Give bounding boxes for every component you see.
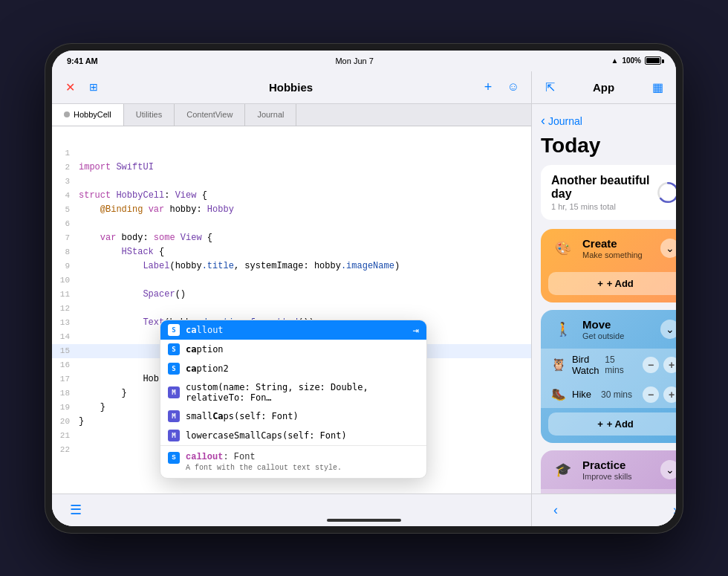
autocomplete-popup: S callout ⇥ S caption S caption2 [160,320,427,479]
decrement-birdwatch[interactable]: − [643,357,659,373]
emoji-button[interactable]: ☺ [504,78,522,96]
autocomplete-item-smallcaps[interactable]: M smallCaps(self: Font) [160,407,426,426]
xcode-title: Hobbies [110,81,472,94]
toolbar-right: + ☺ [479,78,522,96]
xcode-panel: ✕ ⊞ Hobbies + ☺ HobbyCell [52,71,531,526]
ac-item-text: custom(name: String, size: Double, relat… [186,382,419,403]
category-icon-practice: 🎓 [551,458,575,482]
summary-text: Another beautiful day 1 hr, 15 mins tota… [551,174,656,211]
ipad-screen: 9:41 AM Mon Jun 7 ▲ 100% ✕ ⊞ Hobbies [52,51,676,526]
code-line: 1 [52,146,531,161]
activity-row-birdwatch: 🦉 Bird Watch 15 mins − + [541,349,676,381]
autocomplete-item-lowercase[interactable]: M lowercaseSmallCaps(self: Font) [160,426,426,445]
ac-desc-content: callout: Font A font with the callout te… [186,452,342,472]
hike-icon: 🥾 [551,387,566,401]
chevron-create[interactable]: ⌄ [660,239,676,258]
battery-icon [645,56,661,65]
category-name-create: Create [582,237,643,250]
code-line: 4struct HobbyCell: View { [52,189,531,203]
ac-badge-s: S [168,343,180,355]
xcode-list-button[interactable]: ☰ [64,498,88,522]
wifi-icon: ▲ [611,56,619,65]
category-info-practice: Practice Improve skills [582,459,632,481]
prev-page-button[interactable]: ‹ [544,498,568,522]
code-line: 12 [52,302,531,316]
ac-item-text: caption [186,344,419,355]
code-line: 11 Spacer() [52,288,531,302]
app-switcher-icon: ⇱ [541,78,559,96]
increment-hike[interactable]: + [663,386,676,403]
add-label: + Add [607,278,634,289]
plus-icon-move: + [597,418,603,430]
journal-toolbar-title: App [565,81,643,94]
ac-desc-badge: S [168,452,180,464]
chevron-move[interactable]: ⌄ [660,320,676,339]
code-line: 2import SwiftUI [52,161,531,175]
category-sub-create: Make something [582,250,643,259]
increment-birdwatch[interactable]: + [663,357,676,373]
home-indicator [327,519,401,522]
category-header-left-practice: 🎓 Practice Improve skills [551,458,632,482]
ipad-frame: 9:41 AM Mon Jun 7 ▲ 100% ✕ ⊞ Hobbies [45,43,683,534]
ac-item-text: lowercaseSmallCaps(self: Font) [186,430,419,441]
bird-watch-time: 15 mins [605,355,632,375]
tab-hobbycell[interactable]: HobbyCell [52,104,124,126]
category-icon-move: 🚶 [551,317,575,341]
code-line: 10 [52,274,531,288]
category-name-practice: Practice [582,459,632,471]
journal-content[interactable]: ‹ Journal ♡ Today Another beautiful day … [532,104,676,494]
tab-dot [64,111,70,117]
close-button[interactable]: ✕ [61,78,79,96]
journal-bottom-nav: ‹ › [532,494,676,526]
grid-icon[interactable]: ⊟ [672,78,676,96]
add-file-button[interactable]: + [479,78,497,96]
ac-badge-m: M [168,410,180,422]
ac-item-text: caption2 [186,363,419,374]
summary-card: Another beautiful day 1 hr, 15 mins tota… [541,165,676,220]
journal-panel: ⇱ App ▦ ⊟ ‹ Journal ♡ Today [531,71,676,526]
tab-utilities[interactable]: Utilities [124,104,175,126]
activity-row-hike: 🥾 Hike 30 mins − + [541,381,676,408]
toolbar-left: ✕ ⊞ [61,78,103,96]
category-header-create: 🎨 Create Make something ⌄ [541,229,676,268]
hike-name: Hike [572,389,595,400]
code-line: 6 [52,217,531,231]
sidebar-toggle-button[interactable]: ⊞ [85,78,103,96]
add-create-button[interactable]: + + Add [548,272,676,295]
autocomplete-item-caption[interactable]: S caption [160,340,426,359]
bar-chart-icon[interactable]: ▦ [649,78,666,96]
category-info-move: Move Get outside [582,318,624,340]
tab-contentview[interactable]: ContentView [175,104,245,126]
summary-subtitle: 1 hr, 15 mins total [551,202,656,211]
ac-badge-m: M [168,386,180,398]
decrement-hike[interactable]: − [643,386,659,403]
tab-journal[interactable]: Journal [245,104,296,126]
next-page-button[interactable]: › [663,498,676,522]
category-header-practice: 🎓 Practice Improve skills ⌄ [541,450,676,489]
chevron-practice[interactable]: ⌄ [660,460,676,479]
ac-arrow-icon: ⇥ [413,324,419,336]
status-date: Mon Jun 7 [335,56,373,65]
code-editor[interactable]: 1 2import SwiftUI 3 4struct HobbyCell: V… [52,126,531,494]
autocomplete-item-custom[interactable]: M custom(name: String, size: Double, rel… [160,378,426,407]
hike-stepper: − + [643,386,676,403]
ac-badge-s: S [168,363,180,375]
ac-item-text: smallCaps(self: Font) [186,411,419,421]
file-tabs: HobbyCell Utilities ContentView Journal [52,104,531,126]
category-name-move: Move [582,318,624,331]
back-nav[interactable]: ‹ Journal ♡ [541,113,676,129]
autocomplete-item-caption2[interactable]: S caption2 [160,359,426,378]
add-move-button[interactable]: + + Add [548,412,676,436]
category-card-create: 🎨 Create Make something ⌄ + + Add [541,229,676,302]
main-content: ✕ ⊞ Hobbies + ☺ HobbyCell [52,71,676,526]
back-label: Journal [548,115,582,127]
autocomplete-item-callout[interactable]: S callout ⇥ [160,320,426,340]
category-icon-create: 🎨 [551,236,575,260]
code-line: 5 @Binding var hobby: Hobby [52,203,531,217]
add-move-label: + Add [607,418,634,430]
summary-title: Another beautiful day [551,174,656,201]
ac-description: S callout: Font A font with the callout … [160,445,426,478]
xcode-toolbar: ✕ ⊞ Hobbies + ☺ [52,71,531,104]
xcode-bottom-nav: ☰ [52,494,531,526]
plus-icon: + [597,278,603,289]
